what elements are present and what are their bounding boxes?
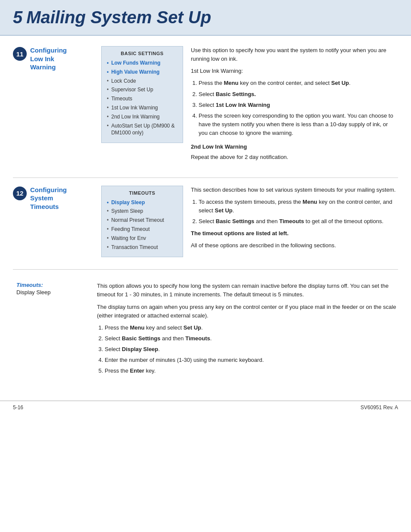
detail-right-col: This option allows you to specify how lo… — [97, 282, 398, 379]
list-item-autostart: AutoStart Set Up (DM900 & DM1000 only) — [107, 122, 177, 137]
step-12-2: Select Basic Settings and then Timeouts … — [199, 217, 398, 226]
list-item-transaction-timeout: Transaction Timeout — [107, 244, 177, 251]
timeouts-list: Display Sleep System Sleep Normal Preset… — [107, 199, 177, 251]
main-content: 11 Configuring Low Ink Warning BASIC SET… — [0, 36, 411, 392]
badge-11: 11 — [13, 47, 27, 61]
section-12-follow: All of these options are described in th… — [191, 241, 398, 250]
detail-para1: This option allows you to specify how lo… — [97, 282, 398, 299]
section-separator-1 — [13, 177, 398, 178]
page-header: 5 Mailing System Set Up — [0, 0, 411, 36]
section-11-subhead2: 2nd Low Ink Warning — [191, 143, 398, 151]
chapter-title-text: Mailing System Set Up — [26, 8, 211, 27]
detail-heading-italic: Timeouts: — [16, 282, 97, 288]
section-separator-2 — [13, 269, 398, 270]
detail-step-2: Select Basic Settings and then Timeouts. — [105, 334, 398, 343]
detail-para2: The display turns on again when you pres… — [97, 303, 398, 320]
box-title-timeouts: TIMEOUTS — [107, 190, 177, 196]
detail-step-3: Select Display Sleep. — [105, 345, 398, 354]
detail-step-1: Press the Menu key and select Set Up. — [105, 324, 398, 332]
basic-settings-list: Low Funds Warning High Value Warning Loc… — [107, 59, 177, 137]
page-footer: 5-16 SV60951 Rev. A — [0, 401, 411, 414]
section-12-title: Configuring System Timeouts — [30, 186, 97, 211]
list-item-low-funds: Low Funds Warning — [107, 59, 177, 67]
list-item-2nd-low-ink: 2nd Low Ink Warning — [107, 113, 177, 121]
list-item-normal-preset: Normal Preset Timeout — [107, 217, 177, 224]
detail-display-sleep: Timeouts: Display Sleep This option allo… — [13, 277, 398, 379]
section-11-repeat: Repeat the above for 2 day notification. — [191, 153, 398, 162]
list-item-lock-code: Lock Code — [107, 78, 177, 85]
section-12-heading: Configuring System Timeouts — [30, 186, 97, 211]
list-item-feeding-timeout: Feeding Timeout — [107, 226, 177, 233]
list-item-system-sleep: System Sleep — [107, 208, 177, 215]
section-11-steps: Press the Menu key on the control center… — [199, 79, 398, 137]
list-item-high-value: High Value Warning — [107, 68, 177, 76]
section-11-intro: Use this option to specify how you want … — [191, 46, 398, 63]
badge-12: 12 — [13, 187, 27, 200]
detail-step-5: Press the Enter key. — [105, 367, 398, 375]
step-11-4: Press the screen key corresponding to th… — [199, 112, 398, 137]
step-11-3: Select 1st Low Ink Warning — [199, 101, 398, 109]
chapter-title: 5 Mailing System Set Up — [13, 8, 398, 27]
detail-left-col: Timeouts: Display Sleep — [13, 282, 97, 379]
detail-step-4: Enter the number of minutes (1-30) using… — [105, 356, 398, 364]
footer-doc-ref: SV60951 Rev. A — [361, 404, 398, 411]
basic-settings-box: BASIC SETTINGS Low Funds Warning High Va… — [101, 46, 183, 143]
footer-page-num: 5-16 — [13, 404, 23, 411]
step-12-1: To access the system timeouts, press the… — [199, 198, 398, 215]
timeouts-box: TIMEOUTS Display Sleep System Sleep Norm… — [101, 186, 183, 258]
list-item-display-sleep: Display Sleep — [107, 199, 177, 206]
section-12-intro: This section describes how to set variou… — [191, 186, 398, 194]
list-item-timeouts: Timeouts — [107, 95, 177, 103]
list-item-1st-low-ink: 1st Low Ink Warning — [107, 104, 177, 112]
detail-steps: Press the Menu key and select Set Up. Se… — [105, 324, 398, 376]
step-11-2: Select Basic Settings. — [199, 90, 398, 99]
section-11: 11 Configuring Low Ink Warning BASIC SET… — [13, 46, 398, 165]
section-11-title: Configuring Low Ink Warning — [30, 46, 97, 72]
section-11-heading: Configuring Low Ink Warning — [30, 46, 97, 72]
step-11-1: Press the Menu key on the control center… — [199, 79, 398, 87]
section-12-text: This section describes how to set variou… — [191, 186, 398, 254]
section-12-steps: To access the system timeouts, press the… — [199, 198, 398, 226]
list-item-waiting-env: Waiting for Env — [107, 235, 177, 242]
box-title-basic: BASIC SETTINGS — [107, 51, 177, 56]
chapter-number: 5 — [13, 8, 22, 27]
section-12-highlight: The timeout options are listed at left. — [191, 229, 398, 238]
list-item-supervisor: Supervisor Set Up — [107, 86, 177, 93]
section-11-text: Use this option to specify how you want … — [191, 46, 398, 165]
section-12: 12 Configuring System Timeouts TIMEOUTS … — [13, 186, 398, 258]
detail-heading-sub: Display Sleep — [16, 289, 51, 296]
section-11-subhead1: 1st Low Ink Warning: — [191, 67, 398, 75]
